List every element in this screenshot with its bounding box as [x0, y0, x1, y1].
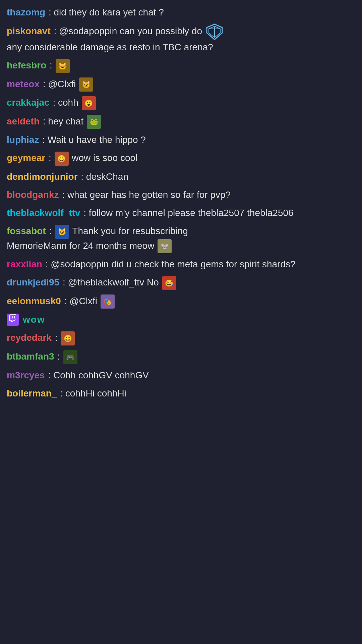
emote-face-geymear: 😄 — [55, 152, 69, 166]
username-boilerman: boilerman_ — [7, 388, 57, 398]
chat-message-11: theblackwolf_ttv : follow m'y channel pl… — [7, 204, 355, 222]
username-btbamfan3: btbamfan3 — [7, 351, 54, 362]
message-text-6: : hey chat — [43, 116, 86, 126]
username-raxxlian: raxxlian — [7, 259, 42, 269]
username-piskonavt: piskonavt — [7, 26, 51, 36]
message-text-20: : cohhHi cohhHi — [60, 388, 126, 398]
message-text-12c: MemorieMann for 24 months meow — [7, 240, 157, 251]
message-text-4: : @Clxfi — [43, 79, 76, 89]
message-text-18: : — [57, 351, 63, 362]
chat-message-7: luphiaz : Wait u have the hippo ? — [7, 131, 355, 149]
message-text-2: : @sodapoppin can you possibly do — [54, 26, 204, 36]
username-geymear: geymear — [7, 153, 45, 163]
message-text-5: : cohh — [53, 97, 78, 108]
chat-message-10: bloodgankz : what gear has he gotten so … — [7, 186, 355, 204]
chat-message-19: m3rcyes : Cohh cohhGV cohhGV — [7, 366, 355, 384]
message-text-17: : — [55, 332, 60, 343]
message-text-10: : what gear has he gotten so far for pvp… — [62, 190, 231, 200]
emote-pepe-aeldeth: 🐸 — [87, 115, 101, 129]
username-bloodgankz: bloodgankz — [7, 190, 59, 200]
emote-cohh-crakkajac: 😮 — [82, 96, 96, 110]
shield-icon — [206, 23, 223, 40]
message-text-12b: Thank you for resubscribing — [72, 226, 188, 236]
username-aeldeth: aeldeth — [7, 116, 40, 126]
chat-message-3: hefesbro : 🐱 — [7, 56, 355, 75]
message-text-8: : — [49, 153, 54, 163]
chat-message-13: raxxlian : @sodapoppin did u check the m… — [7, 255, 355, 273]
message-text-2b: any considerable damage as resto in TBC … — [7, 42, 213, 52]
message-text-13: : @sodapoppin did u check the meta gems … — [46, 259, 296, 269]
message-text-3: : — [50, 60, 55, 70]
emote-cat-hefesbro: 🐱 — [56, 59, 70, 73]
wow-text: wow — [23, 313, 45, 327]
chat-message-17: reydedark : 😄 — [7, 329, 355, 347]
emote-meow-fossabot: 🐭 — [158, 239, 172, 253]
emote-cat-meteox: 🐱 — [79, 77, 93, 92]
username-crakkajac: crakkajac — [7, 97, 50, 108]
message-text-11: : follow m'y channel please thebla2507 t… — [83, 208, 293, 218]
chat-message-4: meteox : @Clxfi 🐱 — [7, 75, 355, 94]
message-text-15: : @Clxfi — [64, 296, 100, 306]
message-text-19: : Cohh cohhGV cohhGV — [48, 370, 148, 380]
chat-message-2: piskonavt : @sodapoppin can you possibly… — [7, 21, 355, 56]
message-text-7: : Wait u have the hippo ? — [42, 135, 146, 145]
username-eelonmusk0: eelonmusk0 — [7, 296, 61, 306]
username-m3rcyes: m3rcyes — [7, 370, 45, 380]
message-text-12: : — [49, 226, 54, 236]
chat-message-12: fossabot : 🐱 Thank you for resubscribing… — [7, 222, 355, 255]
username-reydedark: reydedark — [7, 332, 52, 343]
chat-message-1: thazomg : did they do kara yet chat ? — [7, 3, 355, 21]
chat-message-9: dendimonjunior : deskChan — [7, 168, 355, 186]
twitch-badge — [7, 314, 19, 326]
username-thazomg: thazomg — [7, 7, 45, 17]
username-drunkjedi95: drunkjedi95 — [7, 277, 59, 287]
chat-message-16: wow — [7, 311, 355, 329]
emote-bluecat-fossabot: 🐱 — [55, 225, 69, 239]
message-text-1: : did they do kara yet chat ? — [49, 7, 164, 17]
message-text-9: : deskChan — [81, 171, 128, 182]
username-fossabot: fossabot — [7, 226, 46, 236]
chat-message-6: aeldeth : hey chat 🐸 — [7, 112, 355, 131]
username-theblackwolf: theblackwolf_ttv — [7, 208, 80, 218]
chat-message-15: eelonmusk0 : @Clxfi 🎭 — [7, 292, 355, 311]
chat-message-14: drunkjedi95 : @theblackwolf_ttv No 😂 — [7, 273, 355, 292]
chat-message-5: crakkajac : cohh 😮 — [7, 94, 355, 112]
chat-message-20: boilerman_ : cohhHi cohhHi — [7, 384, 355, 402]
emote-face-reydedark: 😄 — [61, 331, 75, 345]
emote-clxfi-eelonmusk0: 🎭 — [101, 294, 115, 309]
username-luphiaz: luphiaz — [7, 135, 39, 145]
message-text-14: : @theblackwolf_ttv No — [63, 277, 162, 287]
username-dendimonjunior: dendimonjunior — [7, 171, 78, 182]
emote-pixel-btbamfan3: 🎮 — [63, 350, 77, 364]
emote-laugh-drunkjedi95: 😂 — [162, 276, 176, 290]
chat-message-18: btbamfan3 : 🎮 — [7, 347, 355, 366]
chat-container: thazomg : did they do kara yet chat ? pi… — [7, 3, 355, 402]
username-hefesbro: hefesbro — [7, 60, 46, 70]
chat-message-8: geymear : 😄 wow is soo cool — [7, 149, 355, 168]
username-meteox: meteox — [7, 79, 40, 89]
message-text-8b: wow is soo cool — [72, 153, 137, 163]
